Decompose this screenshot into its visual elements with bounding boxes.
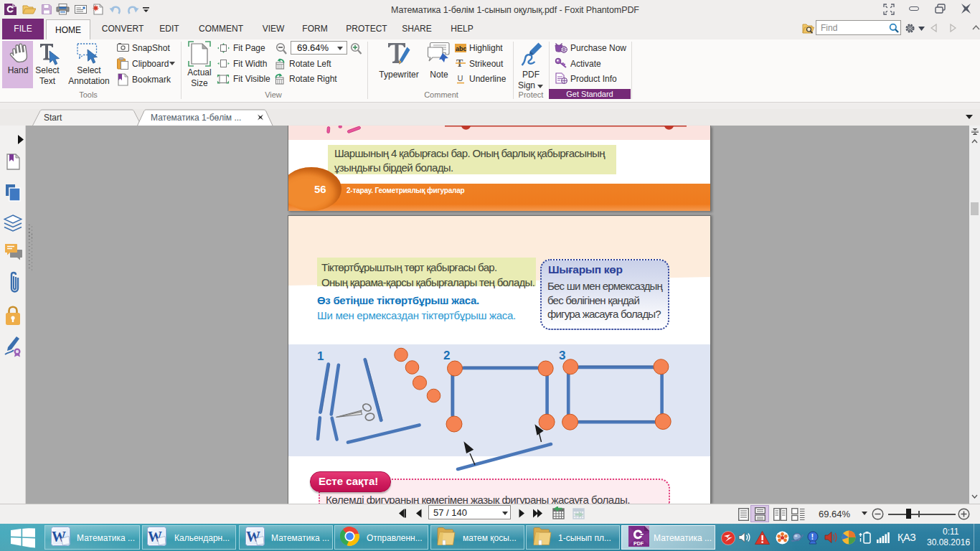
svg-text:PDF: PDF — [633, 541, 644, 546]
svg-text:!: ! — [811, 532, 814, 541]
svg-text:U: U — [458, 74, 463, 83]
svg-text:abc: abc — [456, 45, 466, 52]
